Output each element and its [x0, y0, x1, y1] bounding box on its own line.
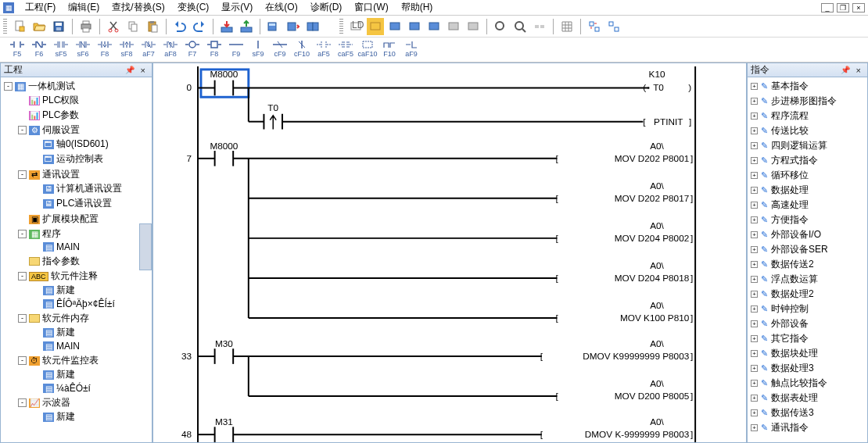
expand-icon[interactable]: +	[751, 142, 758, 149]
instruction-category[interactable]: +✎数据传送3	[748, 405, 867, 420]
fkey-af8[interactable]: aF8	[161, 39, 180, 58]
expand-icon[interactable]: +	[751, 83, 758, 90]
fkey-af7[interactable]: aF7	[139, 39, 158, 58]
expand-icon[interactable]: +	[751, 424, 758, 431]
menu-online[interactable]: 在线(O)	[259, 0, 303, 16]
expand-icon[interactable]: +	[751, 127, 758, 134]
monitor-mode-button[interactable]	[367, 18, 384, 35]
paste-button[interactable]	[144, 18, 161, 35]
tree-mon-item[interactable]: ▤¼àÊÓ±í	[32, 383, 152, 394]
fkey-sf6[interactable]: sF6	[74, 39, 92, 58]
instruction-category[interactable]: +✎时钟控制	[748, 302, 867, 316]
instruction-category[interactable]: +✎浮点数运算	[748, 272, 867, 287]
monitor-c-button[interactable]	[425, 18, 443, 35]
fkey-caf10[interactable]: caF10	[358, 39, 377, 58]
tree-ext[interactable]: ▣扩展模块配置	[18, 213, 152, 226]
fkey-cf9[interactable]: cF9	[271, 39, 289, 58]
save-button[interactable]	[50, 18, 67, 35]
instruction-category[interactable]: +✎基本指令	[748, 79, 867, 94]
menu-display[interactable]: 显示(V)	[215, 0, 259, 16]
tree-comm-plc[interactable]: 🖥PLC通讯设置	[32, 197, 152, 210]
expand-icon[interactable]: +	[751, 380, 758, 387]
fkey-f7[interactable]: F7	[183, 39, 202, 58]
instruction-category[interactable]: +✎数据处理3	[748, 361, 867, 376]
undo-button[interactable]	[171, 18, 188, 35]
tree-mem[interactable]: -软元件内存	[18, 312, 152, 325]
copy-button[interactable]	[124, 18, 142, 35]
tree-prog[interactable]: -▦程序	[18, 227, 152, 241]
menu-transform[interactable]: 变换(C)	[171, 0, 216, 16]
fkey-f8b[interactable]: F8	[205, 39, 224, 58]
gray-b-button[interactable]	[464, 18, 482, 35]
expand-icon[interactable]: +	[751, 365, 758, 372]
expand-icon[interactable]: +	[751, 98, 758, 105]
plc-write-button[interactable]	[285, 18, 302, 35]
fkey-sf9[interactable]: sF9	[249, 39, 267, 58]
tree-servo[interactable]: -⚙伺服设置	[18, 123, 152, 137]
menu-help[interactable]: 帮助(H)	[395, 0, 439, 16]
expand-icon[interactable]: +	[751, 291, 758, 298]
grid-button[interactable]	[558, 18, 576, 35]
monitor-toggle-button[interactable]: LD	[347, 18, 364, 35]
tree-axis0[interactable]: 🗔轴0(ISD601)	[32, 138, 152, 151]
swap-b-button[interactable]	[605, 18, 622, 35]
tree-mon-new[interactable]: ▤新建	[32, 368, 152, 381]
instruction-category[interactable]: +✎外部设备	[748, 316, 867, 331]
tree-mem-new[interactable]: ▤新建	[32, 326, 152, 339]
close-button[interactable]: ×	[852, 3, 865, 13]
expand-icon[interactable]: +	[751, 157, 758, 164]
instruction-category[interactable]: +✎高速处理	[748, 198, 867, 213]
tree-plc-param[interactable]: 📊PLC参数	[18, 109, 152, 122]
upload-button[interactable]	[238, 18, 255, 35]
fkey-af5[interactable]: aF5	[314, 39, 333, 58]
tree-comm-pc[interactable]: 🖥计算机通讯设置	[32, 182, 152, 195]
instruction-category[interactable]: +✎其它指令	[748, 331, 867, 346]
plc-read-button[interactable]	[265, 18, 282, 35]
fkey-sf5[interactable]: sF5	[52, 39, 70, 58]
zoom-in-button[interactable]	[511, 18, 529, 35]
tree-mem-main[interactable]: ▤MAIN	[32, 341, 152, 352]
fkey-caf5[interactable]: caF5	[336, 39, 355, 58]
tree-osc[interactable]: -📈示波器	[18, 396, 152, 409]
redo-button[interactable]	[191, 18, 208, 35]
instruction-category[interactable]: +✎外部设备SER	[748, 242, 867, 257]
menu-diagnose[interactable]: 诊断(D)	[304, 0, 349, 16]
instruction-category[interactable]: +✎步进梯形图指令	[748, 94, 867, 109]
tree-note[interactable]: -ABC软元件注释	[18, 270, 152, 283]
menu-find-replace[interactable]: 查找/替换(S)	[106, 0, 170, 16]
tree-comm[interactable]: -⇄通讯设置	[18, 168, 152, 181]
fkey-f8a[interactable]: F8	[95, 39, 114, 58]
close-panel-button[interactable]: ×	[138, 66, 149, 75]
close-panel-button[interactable]: ×	[853, 66, 864, 75]
pin-icon[interactable]: 📌	[122, 66, 138, 74]
ladder-canvas[interactable]: 0 M8000 K10 ( T0 )	[153, 63, 746, 442]
expand-icon[interactable]: +	[751, 320, 758, 327]
expand-icon[interactable]: +	[751, 261, 758, 268]
tree-note-new[interactable]: ▤新建	[32, 284, 152, 297]
expand-icon[interactable]: +	[751, 172, 758, 179]
monitor-b-button[interactable]	[406, 18, 423, 35]
fkey-f6[interactable]: F6	[30, 39, 48, 58]
fkey-f5[interactable]: F5	[8, 39, 27, 58]
expand-icon[interactable]: +	[751, 246, 758, 253]
pin-icon[interactable]: 📌	[838, 66, 853, 74]
expand-icon[interactable]: +	[751, 395, 758, 402]
toolbar-grip-2[interactable]	[339, 19, 343, 34]
plc-compare-button[interactable]	[304, 18, 321, 35]
instruction-category[interactable]: +✎数据处理	[748, 183, 867, 198]
instruction-category[interactable]: +✎数据块处理	[748, 346, 867, 361]
zoom-fit-button[interactable]	[492, 18, 509, 35]
instruction-category[interactable]: +✎四则逻辑运算	[748, 138, 867, 153]
expand-icon[interactable]: +	[751, 409, 758, 416]
instruction-category[interactable]: +✎触点比较指令	[748, 376, 867, 391]
fkey-sf8[interactable]: sF8	[117, 39, 136, 58]
swap-a-button[interactable]	[586, 18, 603, 35]
expand-icon[interactable]: +	[751, 216, 758, 223]
fkey-cf10[interactable]: cF10	[292, 39, 311, 58]
expand-icon[interactable]: +	[751, 187, 758, 194]
instruction-category[interactable]: +✎循环移位	[748, 168, 867, 183]
tree-motion-table[interactable]: 🗔运动控制表	[32, 152, 152, 166]
instruction-category[interactable]: +✎方程式指令	[748, 153, 867, 168]
expand-icon[interactable]: +	[751, 335, 758, 342]
open-button[interactable]	[30, 18, 48, 35]
